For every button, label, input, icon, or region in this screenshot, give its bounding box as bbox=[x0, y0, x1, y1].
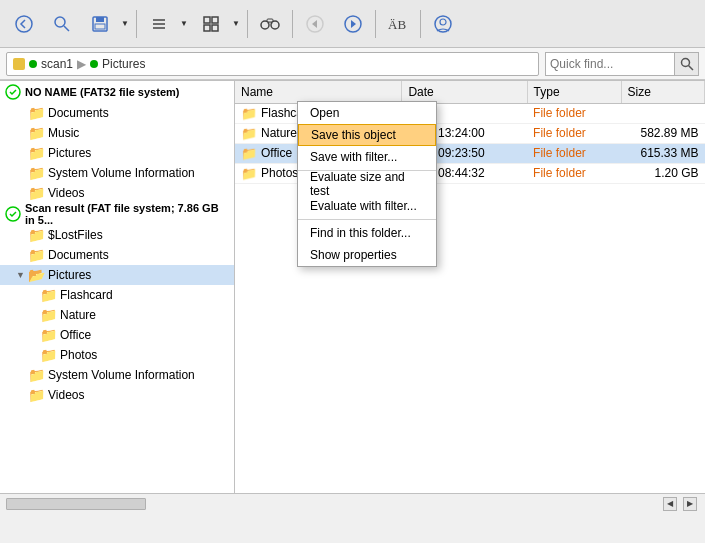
tree-label: $LostFiles bbox=[48, 228, 103, 242]
svg-marker-19 bbox=[312, 20, 317, 28]
tree-label: System Volume Information bbox=[48, 166, 195, 180]
col-header-type[interactable]: Type bbox=[527, 81, 621, 103]
binoculars-button[interactable] bbox=[252, 6, 288, 42]
status-scrollbar[interactable] bbox=[6, 498, 146, 510]
tree-flashcard[interactable]: 📁 Flashcard bbox=[0, 285, 234, 305]
svg-line-26 bbox=[688, 65, 693, 70]
tree-label: Photos bbox=[60, 348, 97, 362]
grid-dropdown[interactable]: ▼ bbox=[229, 6, 243, 42]
drive2-header[interactable]: Scan result (FAT file system; 7.86 GB in… bbox=[0, 203, 234, 225]
folder-icon: 📁 bbox=[28, 387, 45, 403]
tree-label: Documents bbox=[48, 106, 109, 120]
tree-documents-1[interactable]: 📁 Documents bbox=[0, 103, 234, 123]
svg-point-0 bbox=[16, 16, 32, 32]
tree-label: Music bbox=[48, 126, 79, 140]
folder-icon: 📁 bbox=[28, 227, 45, 243]
breadcrumb-scan1[interactable]: scan1 bbox=[41, 57, 73, 71]
navigation-bar: scan1 ▶ Pictures bbox=[0, 48, 705, 80]
svg-rect-11 bbox=[204, 25, 210, 31]
col-header-date[interactable]: Date bbox=[402, 81, 527, 103]
breadcrumb-sep: ▶ bbox=[77, 57, 86, 71]
drive1-header[interactable]: NO NAME (FAT32 file system) bbox=[0, 81, 234, 103]
ctx-find-folder[interactable]: Find in this folder... bbox=[298, 222, 436, 244]
tree-documents-2[interactable]: 📁 Documents bbox=[0, 245, 234, 265]
file-type: File folder bbox=[527, 123, 621, 143]
back-button[interactable] bbox=[6, 6, 42, 42]
search-go-button[interactable] bbox=[675, 52, 699, 76]
drive2-label: Scan result (FAT file system; 7.86 GB in… bbox=[25, 202, 230, 226]
scroll-right-button[interactable]: ▶ bbox=[683, 497, 697, 511]
tree-pictures-1[interactable]: 📁 Pictures bbox=[0, 143, 234, 163]
ctx-save-object[interactable]: Save this object bbox=[298, 124, 436, 146]
context-menu: Open Save this object Save with filter..… bbox=[297, 101, 437, 267]
search-container bbox=[545, 52, 699, 76]
prev-button[interactable] bbox=[297, 6, 333, 42]
search-input[interactable] bbox=[545, 52, 675, 76]
ctx-evaluate-size[interactable]: Evaluate size and test bbox=[298, 173, 436, 195]
left-tree-panel: NO NAME (FAT32 file system) 📁 Documents … bbox=[0, 81, 235, 493]
grid-button-group: ▼ bbox=[193, 6, 243, 42]
grid-view-button[interactable] bbox=[193, 6, 229, 42]
folder-icon: 📁 bbox=[28, 367, 45, 383]
col-header-size[interactable]: Size bbox=[621, 81, 705, 103]
search-button-group bbox=[44, 6, 80, 42]
tree-sysvolinfo-2[interactable]: 📁 System Volume Information bbox=[0, 365, 234, 385]
tree-nature[interactable]: 📁 Nature bbox=[0, 305, 234, 325]
tree-pictures-2[interactable]: ▼ 📂 Pictures bbox=[0, 265, 234, 285]
user-button[interactable] bbox=[425, 6, 461, 42]
file-type: File folder bbox=[527, 163, 621, 183]
list-dropdown[interactable]: ▼ bbox=[177, 6, 191, 42]
list-button-group: ▼ bbox=[141, 6, 191, 42]
tree-videos-2[interactable]: 📁 Videos bbox=[0, 385, 234, 405]
tree-label: Videos bbox=[48, 186, 84, 200]
scroll-controls: ◀ ▶ bbox=[661, 497, 699, 511]
tree-label: Pictures bbox=[48, 268, 91, 282]
separator-5 bbox=[420, 10, 421, 38]
col-header-name[interactable]: Name bbox=[235, 81, 402, 103]
status-bar: ◀ ▶ bbox=[0, 493, 705, 513]
tree-photos[interactable]: 📁 Photos bbox=[0, 345, 234, 365]
scroll-left-button[interactable]: ◀ bbox=[663, 497, 677, 511]
font-button[interactable]: ÄB bbox=[380, 6, 416, 42]
file-type: File folder bbox=[527, 103, 621, 123]
folder-icon: 📁 bbox=[40, 307, 57, 323]
expand-arrow: ▼ bbox=[16, 270, 28, 280]
tree-label: Office bbox=[60, 328, 91, 342]
save-button[interactable] bbox=[82, 6, 118, 42]
folder-icon: 📁 bbox=[28, 105, 45, 121]
folder-icon: 📁 bbox=[241, 126, 257, 141]
svg-text:ÄB: ÄB bbox=[388, 17, 406, 32]
ctx-save-filter[interactable]: Save with filter... bbox=[298, 146, 436, 168]
tree-videos-1[interactable]: 📁 Videos bbox=[0, 183, 234, 203]
svg-rect-12 bbox=[212, 25, 218, 31]
tree-office[interactable]: 📁 Office bbox=[0, 325, 234, 345]
list-view-button[interactable] bbox=[141, 6, 177, 42]
file-name: Photos bbox=[261, 166, 298, 180]
svg-point-1 bbox=[55, 17, 65, 27]
main-content: NO NAME (FAT32 file system) 📁 Documents … bbox=[0, 80, 705, 493]
tree-lostfiles[interactable]: 📁 $LostFiles bbox=[0, 225, 234, 245]
save-dropdown[interactable]: ▼ bbox=[118, 6, 132, 42]
tree-label: Documents bbox=[48, 248, 109, 262]
search-button[interactable] bbox=[44, 6, 80, 42]
tree-sysvolinfo-1[interactable]: 📁 System Volume Information bbox=[0, 163, 234, 183]
folder-icon: 📁 bbox=[40, 347, 57, 363]
file-name: Nature bbox=[261, 126, 297, 140]
tree-label: Videos bbox=[48, 388, 84, 402]
svg-rect-15 bbox=[267, 19, 273, 22]
tree-label: Flashcard bbox=[60, 288, 113, 302]
ctx-evaluate-filter[interactable]: Evaluate with filter... bbox=[298, 195, 436, 217]
nav-folder-icon bbox=[13, 58, 25, 70]
breadcrumb-pictures[interactable]: Pictures bbox=[102, 57, 145, 71]
nav-dot2-icon bbox=[90, 60, 98, 68]
tree-music-1[interactable]: 📁 Music bbox=[0, 123, 234, 143]
folder-icon: 📁 bbox=[28, 165, 45, 181]
next-button[interactable] bbox=[335, 6, 371, 42]
svg-rect-9 bbox=[204, 17, 210, 23]
right-file-panel: Name Date Type Size 📁Flashcard File fold… bbox=[235, 81, 705, 493]
back-button-group bbox=[6, 6, 42, 42]
separator-4 bbox=[375, 10, 376, 38]
file-size: 615.33 MB bbox=[621, 143, 705, 163]
ctx-open[interactable]: Open bbox=[298, 102, 436, 124]
ctx-show-properties[interactable]: Show properties bbox=[298, 244, 436, 266]
